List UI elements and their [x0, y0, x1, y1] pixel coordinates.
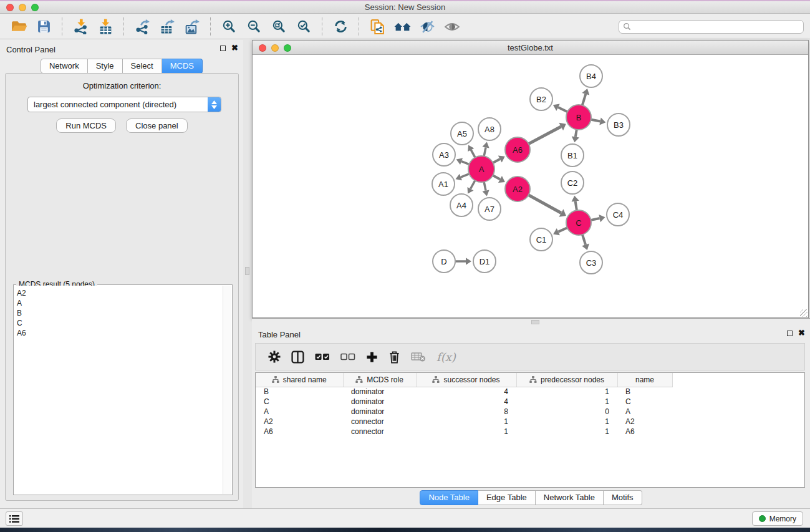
- tree-icon: [355, 376, 363, 383]
- result-item[interactable]: A: [17, 298, 223, 308]
- result-item[interactable]: C: [17, 318, 223, 328]
- task-history-button[interactable]: [6, 511, 23, 526]
- close-network-button[interactable]: [259, 44, 266, 52]
- edge-C-C1[interactable]: [558, 228, 567, 232]
- result-list-scrollbar[interactable]: [223, 286, 231, 494]
- show-all-networks-button[interactable]: [390, 16, 415, 37]
- import-table-button[interactable]: [93, 16, 118, 37]
- panel-splitter-horizontal[interactable]: [252, 318, 810, 325]
- tab-select[interactable]: Select: [123, 59, 162, 74]
- zoom-selected-icon: [297, 19, 311, 34]
- node-label-A6: A6: [513, 145, 523, 155]
- search-box[interactable]: [619, 20, 804, 34]
- column-header-name[interactable]: name: [617, 373, 672, 387]
- zoom-out-button[interactable]: [241, 16, 266, 37]
- network-window-titlebar[interactable]: testGlobe.txt: [253, 41, 808, 55]
- edge-C-C3[interactable]: [582, 234, 586, 244]
- edge-A-A1[interactable]: [461, 173, 470, 177]
- panel-splitter-vertical[interactable]: [243, 40, 252, 508]
- table-row[interactable]: Adominator 80 A: [256, 407, 672, 417]
- edge-A-A3[interactable]: [461, 162, 470, 165]
- columns-icon: [291, 351, 304, 364]
- zoom-in-button[interactable]: [216, 16, 241, 37]
- tab-node-table[interactable]: Node Table: [420, 490, 478, 505]
- column-header-predecessor-nodes[interactable]: predecessor nodes: [516, 373, 617, 387]
- table-row[interactable]: Cdominator 41 C: [256, 397, 672, 407]
- export-network-button[interactable]: [130, 16, 155, 37]
- open-session-button[interactable]: [6, 16, 31, 37]
- close-panel-button[interactable]: Close panel: [126, 118, 188, 133]
- show-columns-button[interactable]: [291, 351, 304, 364]
- table-row[interactable]: A6connector 11 A6: [256, 427, 672, 437]
- criterion-dropdown[interactable]: largest connected component (directed): [27, 97, 221, 112]
- function-builder-button-disabled[interactable]: f(x): [436, 351, 456, 364]
- tab-network-table[interactable]: Network Table: [536, 490, 604, 505]
- desktop-bottom-strip: [0, 528, 810, 532]
- edge-B-B4[interactable]: [582, 94, 586, 106]
- edge-B-B2[interactable]: [558, 107, 568, 112]
- table-settings-button[interactable]: [268, 351, 281, 363]
- edge-A6-B[interactable]: [528, 127, 561, 144]
- edge-C-C4[interactable]: [591, 218, 600, 220]
- toggle-graphics-details-button[interactable]: [415, 16, 440, 37]
- save-session-button[interactable]: [31, 16, 56, 37]
- deselect-all-columns-button[interactable]: [340, 353, 355, 360]
- close-window-button[interactable]: [6, 4, 14, 11]
- node-table[interactable]: shared name MCDS role successor nodes pr…: [255, 372, 805, 488]
- edge-A-A8[interactable]: [484, 147, 486, 157]
- node-label-A7: A7: [485, 205, 494, 214]
- column-header-mcds-role[interactable]: MCDS role: [343, 373, 416, 387]
- import-network-button[interactable]: [68, 16, 93, 37]
- table-row[interactable]: Bdominator 41 B: [256, 387, 672, 397]
- select-all-columns-button[interactable]: [315, 353, 330, 360]
- zoom-selected-button[interactable]: [291, 16, 316, 37]
- delete-column-button[interactable]: [388, 351, 400, 364]
- edge-C-C2[interactable]: [576, 201, 577, 211]
- table-row[interactable]: A2connector 11 A2: [256, 417, 672, 427]
- float-panel-icon[interactable]: [787, 331, 793, 336]
- edge-A-A4[interactable]: [470, 180, 475, 189]
- minimize-network-button[interactable]: [271, 44, 279, 52]
- tab-motifs[interactable]: Motifs: [604, 490, 642, 505]
- mcds-result-list[interactable]: A2 A B C A6: [14, 286, 223, 494]
- column-header-successor-nodes[interactable]: successor nodes: [416, 373, 516, 387]
- tab-mcds[interactable]: MCDS: [162, 59, 203, 74]
- column-header-shared-name[interactable]: shared name: [256, 373, 343, 387]
- search-input[interactable]: [634, 22, 799, 32]
- create-column-button[interactable]: [366, 351, 378, 363]
- edge-A-A5[interactable]: [471, 150, 475, 158]
- import-network-icon: [73, 19, 89, 34]
- zoom-window-button[interactable]: [31, 4, 39, 11]
- splitter-grip[interactable]: [531, 320, 539, 324]
- zoom-network-button[interactable]: [284, 44, 291, 52]
- tab-network[interactable]: Network: [41, 59, 88, 74]
- result-item[interactable]: A6: [17, 328, 223, 338]
- zoom-fit-button[interactable]: [266, 16, 291, 37]
- export-image-button[interactable]: [180, 16, 205, 37]
- float-panel-icon[interactable]: [220, 46, 226, 51]
- refresh-layout-button[interactable]: [328, 16, 353, 37]
- edge-B-B3[interactable]: [591, 120, 600, 122]
- edge-A-A2[interactable]: [493, 175, 500, 180]
- run-mcds-button[interactable]: Run MCDS: [56, 118, 116, 133]
- resize-grip-icon[interactable]: [800, 309, 808, 317]
- network-graph[interactable]: B4B2BB3B1A5A8A6A3AA1A2A4A7C2CC4C1C3DD1: [253, 56, 808, 317]
- result-item[interactable]: B: [17, 308, 223, 318]
- minimize-window-button[interactable]: [19, 4, 26, 11]
- close-panel-icon[interactable]: ✖: [231, 45, 238, 51]
- export-table-button[interactable]: [155, 16, 180, 37]
- clone-network-button[interactable]: [365, 16, 390, 37]
- zoom-fit-icon: [272, 19, 286, 34]
- splitter-grip[interactable]: [245, 267, 249, 275]
- delete-table-button-disabled[interactable]: [411, 352, 426, 362]
- result-item[interactable]: A2: [17, 288, 223, 298]
- memory-button[interactable]: Memory: [752, 511, 803, 526]
- show-hide-panels-button[interactable]: [440, 16, 465, 37]
- edge-A-A6[interactable]: [493, 159, 500, 163]
- edge-A-A7[interactable]: [484, 181, 486, 191]
- close-panel-icon[interactable]: ✖: [798, 330, 805, 336]
- edge-A2-C[interactable]: [528, 195, 561, 213]
- tab-edge-table[interactable]: Edge Table: [478, 490, 536, 505]
- network-canvas[interactable]: B4B2BB3B1A5A8A6A3AA1A2A4A7C2CC4C1C3DD1: [253, 56, 808, 317]
- tab-style[interactable]: Style: [88, 59, 123, 74]
